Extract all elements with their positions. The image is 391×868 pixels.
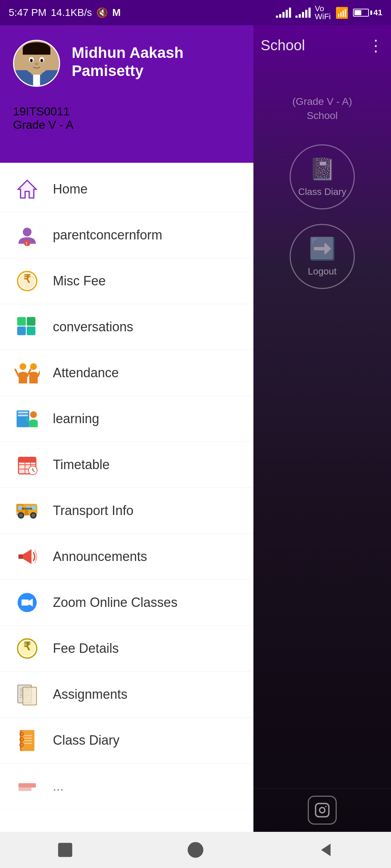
nav-square-button[interactable] [51, 835, 80, 864]
class-diary-icon: 📓 [309, 156, 336, 182]
conversations-icon [14, 314, 40, 340]
zoomonlineclasses-icon [14, 590, 40, 615]
logout-button[interactable]: ➡️ Logout [290, 224, 355, 289]
sidebar-item-label-parentconcernform: parentconcernform [53, 227, 162, 243]
sidebar-item-label-timetable: Timetable [53, 457, 110, 472]
logout-label: Logout [308, 266, 337, 277]
transportinfo-icon: SCHOOL [14, 498, 40, 523]
mute-icon: 🔇 [96, 7, 108, 18]
svg-line-30 [15, 370, 18, 376]
svg-rect-87 [58, 843, 72, 857]
wifi-icon: 📶 [335, 7, 349, 19]
right-panel-header: School ⋮ [253, 25, 391, 65]
sidebar-item-label-classdiary: Class Diary [53, 733, 119, 748]
learning-icon [14, 406, 40, 431]
svg-rect-35 [18, 412, 28, 413]
drawer-user-name: Midhun AakashPamisetty [72, 44, 184, 80]
network-speed: 14.1KB/s [51, 7, 92, 18]
drawer-header: Midhun AakashPamisetty 19ITS0011 Grade V… [0, 25, 253, 163]
sidebar-item-announcements[interactable]: Announcements [0, 534, 253, 580]
miscfee-icon: ₹ [14, 268, 40, 294]
timetable-icon [14, 452, 40, 477]
drawer-user-info: Midhun AakashPamisetty [72, 44, 184, 83]
sidebar-item-timetable[interactable]: Timetable [0, 442, 253, 488]
svg-point-16 [48, 58, 52, 64]
right-panel-bottom [253, 788, 391, 832]
sidebar-item-transportinfo[interactable]: SCHOOL Transport Info [0, 488, 253, 534]
right-panel: School ⋮ (Grade V - A)School 📓 Class Dia… [253, 25, 391, 832]
svg-rect-82 [24, 737, 32, 738]
signal-bars-2 [295, 8, 311, 18]
avatar [13, 40, 60, 87]
instagram-icon[interactable] [308, 796, 337, 825]
svg-text:SCHOOL: SCHOOL [22, 507, 33, 510]
svg-rect-84 [24, 743, 32, 744]
sidebar-item-label-attendance: Attendance [53, 365, 119, 380]
class-diary-label: Class Diary [298, 186, 346, 197]
sidebar-item-classdiary[interactable]: Class Diary [0, 718, 253, 763]
svg-rect-26 [27, 317, 35, 326]
svg-marker-18 [18, 180, 36, 198]
sidebar-item-zoomonlineclasses[interactable]: Zoom Online Classes [0, 580, 253, 626]
sidebar-item-label-home: Home [53, 182, 88, 197]
sidebar-item-label-conversations: conversations [53, 319, 133, 335]
status-right: VoWiFi 📶 41 [276, 5, 382, 21]
feedetails-icon: ₹ [14, 636, 40, 661]
signal-bars-1 [276, 8, 291, 18]
svg-rect-85 [18, 783, 36, 788]
sidebar-item-more[interactable]: ... [0, 763, 253, 809]
svg-point-15 [20, 58, 25, 64]
assignments-icon [14, 682, 40, 707]
svg-rect-9 [23, 48, 50, 55]
vowifi-label: VoWiFi [315, 5, 331, 21]
svg-point-58 [31, 514, 35, 517]
svg-rect-25 [17, 317, 26, 326]
svg-point-32 [30, 363, 37, 370]
svg-line-33 [38, 370, 40, 376]
svg-point-29 [20, 363, 26, 370]
svg-rect-36 [18, 414, 28, 416]
sidebar-item-conversations[interactable]: conversations [0, 304, 253, 350]
sidebar-item-label-transportinfo: Transport Info [53, 503, 134, 518]
svg-point-37 [30, 411, 37, 418]
drawer-user-row: Midhun AakashPamisetty [13, 40, 240, 87]
svg-rect-86 [18, 788, 31, 791]
battery-indicator: 41 [353, 8, 382, 17]
svg-rect-81 [24, 735, 32, 736]
status-bar: 5:47 PM 14.1KB/s 🔇 M VoWiFi 📶 [0, 0, 391, 25]
status-left: 5:47 PM 14.1KB/s 🔇 M [9, 7, 121, 18]
svg-rect-41 [18, 458, 36, 463]
sidebar-item-miscfee[interactable]: ₹ Misc Fee [0, 258, 253, 304]
sidebar-item-learning[interactable]: learning [0, 396, 253, 442]
more-options-icon[interactable]: ⋮ [368, 36, 384, 55]
svg-point-12 [30, 59, 33, 63]
svg-rect-28 [27, 327, 35, 335]
nav-home-button[interactable] [181, 835, 210, 864]
logout-icon: ➡️ [309, 236, 336, 261]
sidebar-item-attendance[interactable]: Attendance [0, 350, 253, 396]
sidebar-item-label-learning: learning [53, 411, 99, 426]
svg-point-19 [23, 228, 31, 237]
sidebar-item-assignments[interactable]: Assignments [0, 672, 253, 718]
carrier-logo: M [112, 7, 121, 18]
sidebar-item-label-more: ... [53, 779, 64, 794]
sidebar-item-label-announcements: Announcements [53, 549, 147, 564]
sidebar-item-label-miscfee: Misc Fee [53, 273, 106, 289]
svg-rect-74 [23, 687, 37, 705]
class-diary-button[interactable]: 📓 Class Diary [290, 144, 355, 209]
sidebar-item-label-zoomonlineclasses: Zoom Online Classes [53, 595, 177, 610]
parentconcernform-icon: ! [14, 222, 40, 248]
nav-bar [0, 832, 391, 868]
sidebar-item-home[interactable]: Home [0, 166, 253, 212]
sidebar-item-label-assignments: Assignments [53, 687, 127, 702]
svg-point-89 [192, 847, 198, 853]
sidebar-item-parentconcernform[interactable]: ! parentconcernform [0, 212, 253, 258]
home-icon [14, 176, 40, 202]
sidebar-item-feedetails[interactable]: ₹ Fee Details [0, 626, 253, 672]
svg-rect-27 [17, 327, 26, 335]
nav-back-button[interactable] [311, 835, 340, 864]
classdiary-icon [14, 728, 40, 753]
svg-point-1 [320, 808, 325, 813]
svg-rect-61 [18, 554, 23, 559]
more-icon [14, 774, 40, 799]
